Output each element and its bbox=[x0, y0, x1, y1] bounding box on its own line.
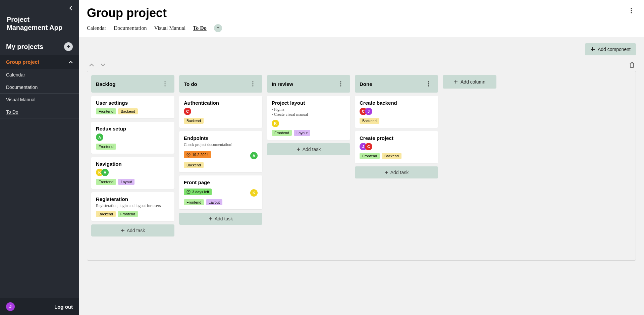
add-task-button[interactable]: Add task bbox=[91, 224, 174, 237]
delete-component-button[interactable] bbox=[629, 62, 635, 68]
avatar[interactable]: K bbox=[250, 189, 258, 197]
plus-icon bbox=[590, 47, 595, 52]
tag: Layout bbox=[118, 179, 135, 185]
sidebar-header bbox=[0, 0, 79, 13]
page-menu-button[interactable] bbox=[627, 6, 636, 15]
column-body: Project layout- Figma - Create visual ma… bbox=[267, 96, 350, 155]
card-avatars: JC bbox=[360, 143, 433, 150]
logout-button[interactable]: Log out bbox=[54, 304, 73, 310]
card-title: Front page bbox=[184, 179, 258, 185]
tabs: CalendarDocumentationVisual ManualTo Do+ bbox=[79, 20, 644, 37]
card-avatars: A bbox=[250, 152, 258, 159]
card-avatars: KA bbox=[96, 169, 170, 176]
tag: Backend bbox=[382, 153, 401, 159]
component-bar bbox=[87, 61, 636, 68]
canvas: Add component BacklogUser settingsFronte… bbox=[79, 37, 644, 315]
avatar[interactable]: C bbox=[365, 143, 372, 150]
sidebar-project-parent[interactable]: Group project bbox=[0, 55, 79, 69]
kanban-board: BacklogUser settingsFrontendBackendRedux… bbox=[87, 71, 636, 261]
column-body: Create backendCJBackendCreate projectJCF… bbox=[355, 96, 438, 178]
component-move-down-button[interactable] bbox=[100, 61, 106, 68]
column: BacklogUser settingsFrontendBackendRedux… bbox=[91, 75, 174, 237]
card-tags: Backend bbox=[184, 118, 258, 124]
card-tags: BackendFrontend bbox=[96, 211, 170, 217]
sidebar-footer: J Log out bbox=[0, 298, 79, 315]
avatar[interactable]: J bbox=[365, 108, 372, 115]
card-title: Navigation bbox=[96, 161, 170, 167]
card[interactable]: EndpointsCheck project documentation!19.… bbox=[179, 131, 262, 172]
column: In reviewProject layout- Figma - Create … bbox=[267, 75, 350, 155]
sidebar-item-to-do[interactable]: To Do bbox=[0, 106, 79, 118]
sidebar-project-name: Group project bbox=[6, 59, 39, 65]
card[interactable]: Redux setupAFrontend bbox=[91, 122, 174, 154]
trash-icon bbox=[629, 62, 635, 68]
tag: Backend bbox=[184, 162, 204, 168]
card-tags: FrontendLayout bbox=[272, 130, 345, 136]
tab-documentation[interactable]: Documentation bbox=[114, 25, 147, 31]
card-tags: FrontendLayout bbox=[96, 179, 170, 185]
card[interactable]: NavigationKAFrontendLayout bbox=[91, 157, 174, 189]
add-task-button[interactable]: Add task bbox=[267, 143, 350, 155]
avatar[interactable]: C bbox=[184, 108, 191, 115]
column-menu-button[interactable] bbox=[160, 79, 170, 89]
column-menu-button[interactable] bbox=[336, 79, 345, 89]
user-avatar[interactable]: J bbox=[6, 302, 15, 311]
add-task-button[interactable]: Add task bbox=[355, 166, 438, 178]
card-avatars: K bbox=[272, 120, 345, 127]
avatar[interactable]: K bbox=[272, 120, 279, 127]
card-meta-row: 19.2.2024A bbox=[184, 150, 258, 159]
avatar[interactable]: A bbox=[101, 169, 109, 176]
sidebar-item-calendar[interactable]: Calendar bbox=[0, 69, 79, 81]
add-tab-button[interactable]: + bbox=[214, 24, 222, 32]
tag: Frontend bbox=[96, 108, 116, 114]
kebab-icon bbox=[340, 81, 341, 87]
card[interactable]: RegisterationRegisteration, login and lo… bbox=[91, 192, 174, 221]
card[interactable]: Project layout- Figma - Create visual ma… bbox=[267, 96, 350, 140]
tab-visual-manual[interactable]: Visual Manual bbox=[154, 25, 185, 31]
card-description: - Figma - Create visual manual bbox=[272, 107, 345, 117]
card-description: Registeration, login and logout for user… bbox=[96, 203, 170, 208]
add-task-button[interactable]: Add task bbox=[179, 213, 262, 225]
card-title: Authentication bbox=[184, 100, 258, 106]
tab-calendar[interactable]: Calendar bbox=[87, 25, 106, 31]
tab-to-do[interactable]: To Do bbox=[193, 25, 207, 31]
main: Group project CalendarDocumentationVisua… bbox=[79, 0, 644, 315]
sidebar-item-visual-manual[interactable]: Visual Manual bbox=[0, 94, 79, 106]
card[interactable]: Create projectJCFrontendBackend bbox=[355, 131, 438, 163]
svg-point-14 bbox=[428, 82, 429, 83]
card-title: Endpoints bbox=[184, 135, 258, 141]
card-description: Check project documentation! bbox=[184, 142, 258, 147]
tag: Backend bbox=[360, 118, 379, 124]
component-move-up-button[interactable] bbox=[88, 61, 95, 68]
avatar[interactable]: A bbox=[250, 152, 258, 159]
my-projects-row: My projects + bbox=[0, 38, 79, 55]
add-column-button[interactable]: Add column bbox=[443, 75, 496, 89]
card[interactable]: User settingsFrontendBackend bbox=[91, 96, 174, 118]
card[interactable]: AuthenticationCBackend bbox=[179, 96, 262, 128]
svg-point-15 bbox=[428, 84, 429, 85]
column-menu-button[interactable] bbox=[248, 79, 258, 89]
plus-icon bbox=[297, 147, 301, 151]
card-title: Create backend bbox=[360, 100, 433, 106]
chevron-up-icon bbox=[69, 61, 73, 63]
column-menu-button[interactable] bbox=[424, 79, 433, 89]
card-tags: Frontend bbox=[96, 144, 170, 150]
add-project-button[interactable]: + bbox=[64, 42, 73, 51]
sidebar-collapse-button[interactable] bbox=[66, 3, 75, 13]
tag: Frontend bbox=[184, 199, 204, 205]
svg-point-6 bbox=[253, 82, 254, 83]
column-header: To do bbox=[179, 75, 262, 93]
card-avatars: CJ bbox=[360, 108, 433, 115]
card[interactable]: Front page3 days leftKFrontendLayout bbox=[179, 175, 262, 209]
card[interactable]: Create backendCJBackend bbox=[355, 96, 438, 128]
card-title: Redux setup bbox=[96, 126, 170, 132]
sidebar-item-documentation[interactable]: Documentation bbox=[0, 81, 79, 94]
chevron-up-icon bbox=[89, 63, 94, 66]
add-component-button[interactable]: Add component bbox=[585, 43, 636, 55]
plus-icon bbox=[121, 228, 125, 232]
tag: Frontend bbox=[96, 179, 116, 185]
tag: Backend bbox=[96, 211, 116, 217]
card-avatars: A bbox=[96, 134, 170, 141]
avatar[interactable]: A bbox=[96, 134, 103, 141]
kebab-icon bbox=[428, 81, 429, 87]
